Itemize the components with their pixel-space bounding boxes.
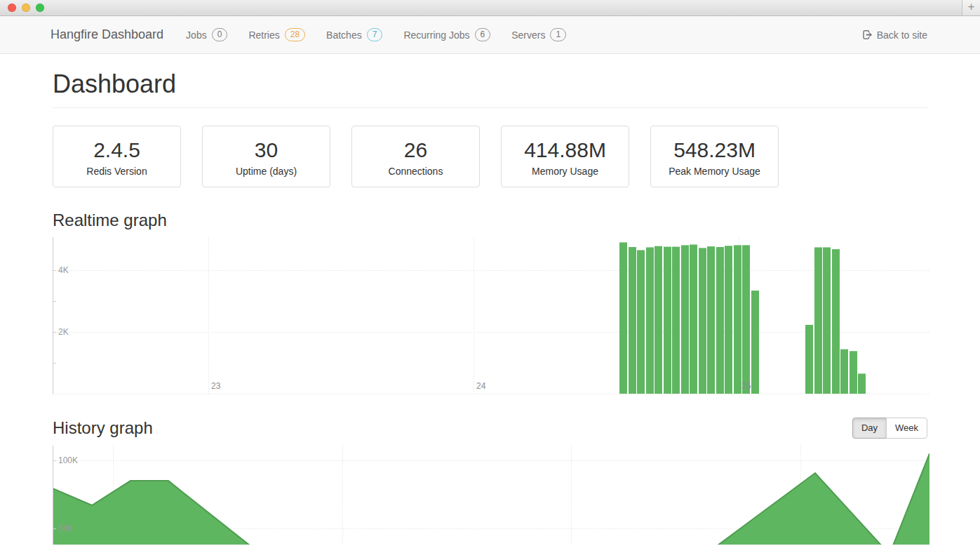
svg-text:2K: 2K [58, 327, 69, 337]
stat-label: Connections [358, 166, 474, 177]
stat-label: Uptime (days) [208, 166, 324, 177]
svg-text:23: 23 [211, 381, 221, 391]
nav-item-label: Servers [511, 29, 545, 41]
window-controls [8, 4, 44, 12]
stat-card-memory-usage: 414.88MMemory Usage [501, 126, 629, 187]
realtime-graph-title: Realtime graph [53, 211, 927, 230]
svg-text:50K: 50K [58, 524, 73, 533]
history-section-header: History graph DayWeek [53, 418, 927, 439]
nav-item-label: Jobs [186, 29, 207, 41]
stat-value: 2.4.5 [59, 138, 175, 163]
svg-text:100K: 100K [58, 455, 78, 465]
stat-value: 548.23M [657, 138, 772, 163]
period-button-week[interactable]: Week [886, 418, 927, 439]
nav-menu: Jobs0Retries28Batches7Recurring Jobs6Ser… [186, 28, 587, 41]
stat-label: Memory Usage [507, 166, 623, 177]
nav-item-count-badge: 0 [212, 28, 228, 41]
redis-stats-row: 2.4.5Redis Version30Uptime (days)26Conne… [53, 126, 927, 187]
brand-link[interactable]: Hangfire Dashboard [51, 27, 163, 42]
svg-text:4K: 4K [58, 265, 69, 275]
period-toggle-group: DayWeek [852, 418, 927, 439]
nav-item-batches[interactable]: Batches7 [326, 28, 382, 41]
navbar: Hangfire Dashboard Jobs0Retries28Batches… [0, 16, 980, 54]
window-minimize-button[interactable] [22, 4, 30, 12]
title-divider [53, 107, 927, 108]
stat-card-uptime-days-: 30Uptime (days) [202, 126, 330, 187]
main-content: Dashboard 2.4.5Redis Version30Uptime (da… [0, 69, 980, 545]
back-to-site-link[interactable]: Back to site [862, 29, 927, 41]
nav-item-label: Retries [248, 29, 279, 41]
stat-card-peak-memory-usage: 548.23MPeak Memory Usage [650, 126, 779, 187]
stat-value: 414.88M [507, 138, 623, 163]
nav-item-count-badge: 28 [285, 28, 305, 41]
stat-value: 26 [358, 138, 474, 163]
svg-text:24: 24 [476, 381, 486, 391]
new-tab-button[interactable]: + [962, 0, 980, 15]
window-close-button[interactable] [8, 4, 16, 12]
stat-label: Peak Memory Usage [657, 166, 772, 177]
nav-item-count-badge: 1 [550, 28, 566, 41]
log-out-icon [862, 29, 873, 40]
nav-item-count-badge: 6 [475, 28, 491, 41]
back-to-site-label: Back to site [877, 29, 927, 41]
nav-item-recurring-jobs[interactable]: Recurring Jobs6 [403, 28, 490, 41]
nav-item-retries[interactable]: Retries28 [248, 28, 305, 41]
nav-item-jobs[interactable]: Jobs0 [186, 28, 227, 41]
realtime-chart: 2324254K2K [53, 237, 927, 394]
history-chart: 100K50K [53, 444, 927, 545]
window-titlebar: + [0, 0, 980, 16]
nav-item-label: Recurring Jobs [403, 29, 469, 41]
nav-item-label: Batches [326, 29, 362, 41]
period-button-day[interactable]: Day [852, 418, 887, 439]
stat-card-redis-version: 2.4.5Redis Version [53, 126, 181, 187]
history-graph-title: History graph [53, 418, 153, 438]
window-zoom-button[interactable] [36, 4, 44, 12]
stat-card-connections: 26Connections [351, 126, 480, 187]
stat-label: Redis Version [59, 166, 175, 177]
svg-text:25: 25 [741, 381, 751, 391]
page-title: Dashboard [53, 69, 927, 99]
nav-item-count-badge: 7 [367, 28, 383, 41]
nav-item-servers[interactable]: Servers1 [511, 28, 566, 41]
stat-value: 30 [208, 138, 324, 163]
